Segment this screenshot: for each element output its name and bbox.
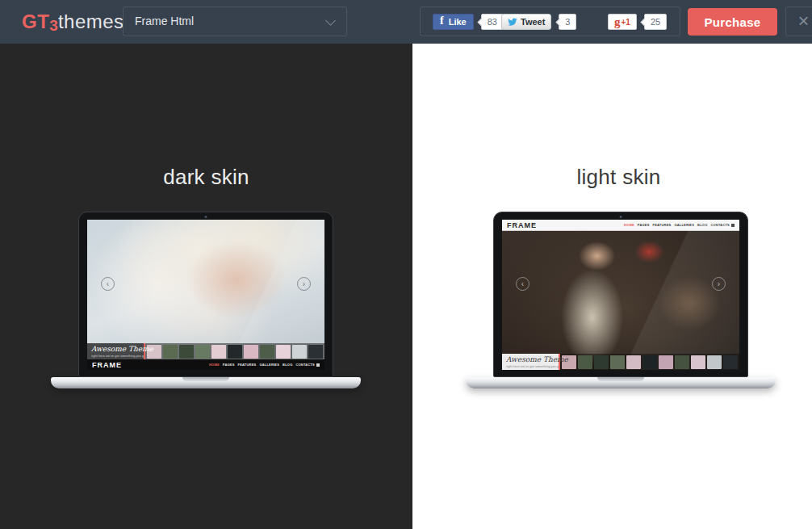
logo-gt: GT: [22, 10, 49, 32]
slide-caption-title: Awesome Theme: [91, 345, 144, 353]
thumbnail: [308, 345, 323, 359]
gplus-icon: g: [614, 15, 621, 29]
close-button[interactable]: ×: [785, 6, 812, 36]
thumbnail: [578, 355, 592, 369]
screen-glare: [502, 220, 739, 370]
thumbnail: [610, 355, 625, 369]
twitter-bird-icon: [508, 17, 517, 27]
facebook-like-label: Like: [449, 17, 467, 27]
preview-area: dark skin ‹ › Awesome Theme right here w…: [0, 44, 812, 529]
thumbnail: [244, 345, 258, 359]
tweet-widget: Tweet 3: [501, 14, 576, 30]
gplus-plusone-label: +1: [622, 18, 630, 27]
filmstrip: Awesome Theme right here we've got somet…: [87, 343, 324, 359]
laptop-notch: [182, 377, 229, 381]
thumbnail: [707, 355, 722, 369]
thumbnail: [691, 355, 705, 369]
light-skin-panel: light skin FRAME HOMEPAGESFEATURESGALLER…: [412, 44, 812, 529]
site-menu-item: BLOG: [283, 363, 292, 367]
thumbnail: [626, 355, 641, 369]
slider-prev-icon: ‹: [101, 277, 115, 291]
thumbnail: [195, 345, 210, 359]
thumbnail: [675, 355, 689, 369]
slide-caption: Awesome Theme right here we've got somet…: [502, 354, 559, 370]
site-menu-item: GALLERIES: [259, 363, 279, 367]
logo-3: 3: [49, 17, 58, 34]
theme-select-dropdown[interactable]: Frame Html: [123, 6, 347, 36]
filmstrip: Awesome Theme right here we've got somet…: [502, 354, 739, 370]
webcam-dot: [205, 216, 207, 218]
laptop-base: [51, 377, 361, 388]
light-skin-title: light skin: [419, 165, 812, 190]
topbar: GT3themes Frame Html f Like 83 Tweet 3 g: [0, 0, 812, 44]
gplus-widget: g +1 25: [608, 14, 667, 30]
close-icon: ×: [797, 10, 809, 31]
theme-select-value: Frame Html: [135, 7, 194, 36]
thumbnail: [163, 345, 178, 359]
gplus-count: 25: [644, 14, 667, 30]
slide-caption: Awesome Theme right here we've got somet…: [87, 343, 144, 359]
tweet-label: Tweet: [521, 17, 545, 27]
thumbnail: [594, 355, 609, 369]
theme-screenshot-light: FRAME HOMEPAGESFEATURESGALLERIESBLOGCONT…: [502, 220, 739, 370]
site-navbar: FRAME HOMEPAGESFEATURESGALLERIESBLOGCONT…: [87, 359, 324, 370]
tweet-count: 3: [559, 14, 576, 30]
thumbnail-strip: [560, 354, 739, 370]
laptop-screen: ‹ › Awesome Theme right here we've got s…: [78, 212, 333, 377]
thumbnail-strip: [145, 343, 324, 359]
laptop-base: [466, 377, 776, 388]
slide-caption-title: Awesome Theme: [506, 355, 559, 363]
chevron-down-icon: [325, 15, 336, 26]
slide-caption-subtitle: right here we've got something you gonna…: [91, 354, 144, 358]
slide-caption-subtitle: right here we've got something you gonna…: [506, 364, 559, 368]
thumbnail: [292, 345, 307, 359]
slider-next-icon: ›: [712, 277, 726, 291]
facebook-like-count: 83: [481, 14, 504, 30]
social-share-box: f Like 83 Tweet 3 g +1 25: [420, 6, 680, 36]
webcam-dot: [620, 216, 622, 218]
thumbnail: [659, 355, 673, 369]
tweet-button[interactable]: Tweet: [501, 14, 551, 30]
site-menu-item: FEATURES: [238, 363, 257, 367]
thumbnail: [276, 345, 291, 359]
gt3themes-logo[interactable]: GT3themes: [22, 10, 124, 33]
purchase-button[interactable]: Purchase: [688, 8, 777, 36]
slider-prev-icon: ‹: [516, 277, 529, 291]
site-logo: FRAME: [92, 361, 122, 369]
logo-themes: themes: [58, 10, 124, 32]
slider-next-icon: ›: [297, 277, 311, 291]
laptop-screen: FRAME HOMEPAGESFEATURESGALLERIESBLOGCONT…: [493, 212, 748, 377]
thumbnail: [228, 345, 242, 359]
site-menu-item: HOME: [209, 363, 220, 367]
thumbnail: [260, 345, 274, 359]
site-menu: HOMEPAGESFEATURESGALLERIESBLOGCONTACTS: [209, 363, 315, 367]
menu-grid-icon: [316, 363, 320, 367]
facebook-like-button[interactable]: f Like: [433, 14, 474, 30]
thumbnail: [211, 345, 226, 359]
laptop-notch: [597, 377, 644, 381]
thumbnail: [642, 355, 657, 369]
thumbnail: [179, 345, 194, 359]
macbook-mockup-light: FRAME HOMEPAGESFEATURESGALLERIESBLOGCONT…: [466, 212, 776, 388]
dark-skin-panel: dark skin ‹ › Awesome Theme right here w…: [0, 44, 412, 529]
site-menu-item: PAGES: [223, 363, 235, 367]
site-menu-item: CONTACTS: [295, 363, 315, 367]
facebook-icon: f: [440, 15, 444, 27]
dark-skin-title: dark skin: [0, 165, 412, 190]
theme-screenshot-dark: ‹ › Awesome Theme right here we've got s…: [87, 220, 324, 370]
thumbnail: [723, 355, 738, 369]
facebook-like-widget: f Like 83: [433, 14, 504, 30]
macbook-mockup-dark: ‹ › Awesome Theme right here we've got s…: [51, 212, 361, 388]
gplus-button[interactable]: g +1: [608, 14, 637, 30]
